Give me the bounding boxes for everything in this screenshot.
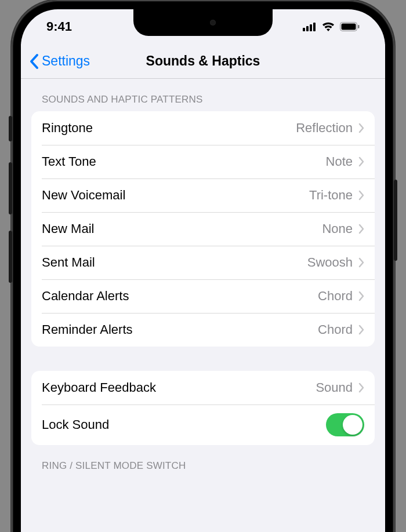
row-value: Reflection bbox=[296, 121, 353, 136]
row-calendar-alerts[interactable]: Calendar Alerts Chord bbox=[31, 279, 375, 313]
svg-rect-5 bbox=[342, 24, 356, 30]
chevron-right-icon bbox=[358, 325, 364, 335]
row-label: Reminder Alerts bbox=[42, 322, 318, 337]
wifi-icon bbox=[321, 21, 335, 32]
chevron-right-icon bbox=[358, 382, 364, 393]
mute-switch bbox=[9, 116, 12, 141]
row-sent-mail[interactable]: Sent Mail Swoosh bbox=[31, 246, 375, 279]
svg-rect-3 bbox=[313, 23, 316, 31]
content: SOUNDS AND HAPTIC PATTERNS Ringtone Refl… bbox=[21, 79, 385, 478]
volume-up-button bbox=[9, 162, 12, 214]
svg-rect-6 bbox=[358, 25, 360, 28]
row-lock-sound: Lock Sound bbox=[31, 405, 375, 445]
row-label: Lock Sound bbox=[42, 417, 326, 432]
cellular-icon bbox=[303, 22, 317, 31]
row-value: Sound bbox=[316, 380, 353, 395]
chevron-right-icon bbox=[358, 257, 364, 268]
row-label: Ringtone bbox=[42, 121, 296, 136]
row-value: None bbox=[322, 221, 353, 236]
battery-icon bbox=[340, 22, 360, 31]
section-header-ring-silent: RING / SILENT MODE SWITCH bbox=[31, 445, 375, 478]
chevron-right-icon bbox=[358, 291, 364, 301]
row-label: Text Tone bbox=[42, 154, 326, 169]
svg-rect-2 bbox=[310, 24, 312, 31]
phone-frame: 9:41 bbox=[12, 0, 394, 532]
row-reminder-alerts[interactable]: Reminder Alerts Chord bbox=[31, 313, 375, 347]
row-new-voicemail[interactable]: New Voicemail Tri-tone bbox=[31, 178, 375, 212]
power-button bbox=[394, 180, 397, 261]
row-value: Swoosh bbox=[307, 255, 353, 270]
svg-rect-1 bbox=[306, 26, 309, 31]
row-value: Note bbox=[326, 154, 353, 169]
chevron-left-icon bbox=[29, 53, 39, 70]
chevron-right-icon bbox=[358, 156, 364, 167]
back-label: Settings bbox=[42, 53, 90, 69]
spacer bbox=[31, 347, 375, 371]
chevron-right-icon bbox=[358, 224, 364, 234]
status-time: 9:41 bbox=[46, 19, 72, 34]
row-value: Tri-tone bbox=[309, 188, 353, 203]
back-button[interactable]: Settings bbox=[21, 53, 90, 70]
nav-bar: Settings Sounds & Haptics bbox=[21, 44, 385, 79]
row-keyboard-feedback[interactable]: Keyboard Feedback Sound bbox=[31, 371, 375, 405]
chevron-right-icon bbox=[358, 190, 364, 201]
row-ringtone[interactable]: Ringtone Reflection bbox=[31, 111, 375, 145]
row-label: New Voicemail bbox=[42, 188, 309, 203]
notch bbox=[133, 9, 273, 36]
front-camera bbox=[210, 20, 216, 25]
row-value: Chord bbox=[318, 322, 353, 337]
group-patterns: Ringtone Reflection Text Tone Note New V… bbox=[31, 111, 375, 347]
row-label: Calendar Alerts bbox=[42, 289, 318, 304]
svg-rect-0 bbox=[303, 28, 305, 31]
row-text-tone[interactable]: Text Tone Note bbox=[31, 145, 375, 178]
screen: 9:41 bbox=[21, 9, 385, 532]
toggle-knob bbox=[343, 415, 362, 435]
row-label: New Mail bbox=[42, 221, 322, 236]
row-value: Chord bbox=[318, 289, 353, 304]
lock-sound-toggle[interactable] bbox=[326, 413, 364, 436]
section-header-patterns: SOUNDS AND HAPTIC PATTERNS bbox=[31, 79, 375, 111]
row-new-mail[interactable]: New Mail None bbox=[31, 212, 375, 246]
chevron-right-icon bbox=[358, 123, 364, 133]
group-misc: Keyboard Feedback Sound Lock Sound bbox=[31, 371, 375, 445]
volume-down-button bbox=[9, 231, 12, 283]
row-label: Keyboard Feedback bbox=[42, 380, 316, 395]
row-label: Sent Mail bbox=[42, 255, 307, 270]
status-right bbox=[303, 21, 360, 32]
